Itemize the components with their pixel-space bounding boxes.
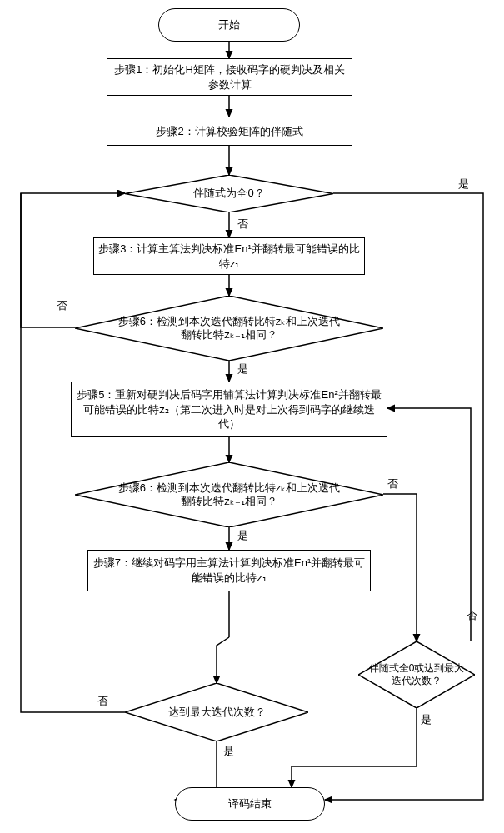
edge-label-no: 否 bbox=[57, 298, 67, 313]
edge-label-yes: 是 bbox=[223, 744, 234, 759]
process-step1: 步骤1：初始化H矩阵，接收码字的硬判决及相关参数计算 bbox=[107, 58, 352, 96]
decision-max-iter-text: 达到最大迭代次数？ bbox=[125, 683, 308, 741]
process-step5: 步骤5：重新对硬判决后码字用辅算法计算判决标准En²并翻转最可能错误的比特z₂（… bbox=[71, 382, 387, 437]
edge-label-yes: 是 bbox=[237, 528, 248, 543]
decision-max-iter: 达到最大迭代次数？ bbox=[125, 683, 308, 741]
decision-syndrome-or-max: 伴随式全0或达到最大迭代次数？ bbox=[358, 641, 475, 708]
edge-label-no: 否 bbox=[387, 476, 398, 491]
edge-label-no: 否 bbox=[237, 217, 248, 232]
decision-syndrome-zero-text: 伴随式为全0？ bbox=[125, 175, 333, 212]
edge-label-no: 否 bbox=[467, 608, 477, 623]
process-step2: 步骤2：计算校验矩阵的伴随式 bbox=[107, 117, 352, 146]
edge-label-yes: 是 bbox=[237, 362, 248, 377]
process-step3: 步骤3：计算主算法判决标准En¹并翻转最可能错误的比特z₁ bbox=[93, 237, 365, 275]
edge-label-yes: 是 bbox=[421, 712, 432, 727]
decision-syndrome-or-max-text: 伴随式全0或达到最大迭代次数？ bbox=[358, 641, 475, 708]
terminator-end: 译码结束 bbox=[175, 787, 325, 821]
decision-step6-a-text: 步骤6：检测到本次迭代翻转比特zₖ和上次迭代翻转比特zₖ₋₁相同？ bbox=[75, 296, 383, 361]
terminator-start: 开始 bbox=[158, 8, 300, 42]
decision-step6-b-text: 步骤6：检测到本次迭代翻转比特zₖ和上次迭代翻转比特zₖ₋₁相同？ bbox=[75, 462, 383, 527]
edge-label-yes: 是 bbox=[458, 177, 469, 192]
decision-syndrome-zero: 伴随式为全0？ bbox=[125, 175, 333, 212]
edge-label-no: 否 bbox=[97, 694, 108, 709]
decision-step6-a: 步骤6：检测到本次迭代翻转比特zₖ和上次迭代翻转比特zₖ₋₁相同？ bbox=[75, 296, 383, 361]
process-step7: 步骤7：继续对码字用主算法计算判决标准En¹并翻转最可能错误的比特z₁ bbox=[87, 550, 371, 591]
decision-step6-b: 步骤6：检测到本次迭代翻转比特zₖ和上次迭代翻转比特zₖ₋₁相同？ bbox=[75, 462, 383, 527]
